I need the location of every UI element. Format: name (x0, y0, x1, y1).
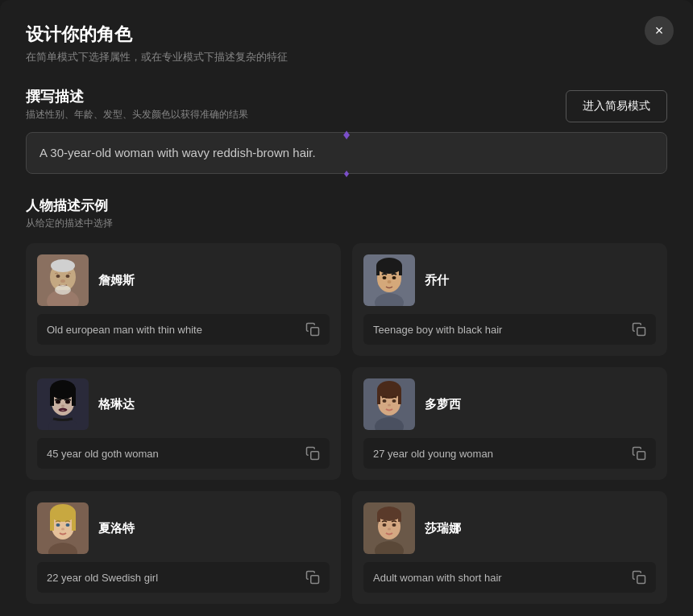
avatar-dorothy (363, 378, 415, 430)
svg-point-35 (383, 399, 387, 403)
avatar-gerlinda (37, 378, 89, 430)
josh-name: 乔什 (425, 273, 449, 288)
svg-point-3 (51, 259, 75, 272)
svg-point-27 (61, 405, 64, 407)
dorothy-description: 27 year old young woman (373, 448, 625, 460)
character-card-charlotte[interactable]: 夏洛特 22 year old Swedish girl (26, 491, 341, 604)
avatar-charlotte (37, 502, 89, 554)
svg-rect-24 (72, 390, 76, 406)
avatar-serena (363, 502, 415, 554)
dorothy-copy-icon[interactable] (632, 446, 646, 461)
gerlinda-description: 45 year old goth woman (47, 448, 299, 460)
gerlinda-name: 格琳达 (98, 397, 135, 412)
svg-rect-13 (376, 266, 380, 275)
description-input-area: ♦ ♦ (26, 132, 667, 174)
modal-title: 设计你的角色 (26, 23, 667, 47)
svg-point-15 (383, 276, 387, 279)
characters-grid: 詹姆斯 Old european man with thin white (26, 243, 667, 604)
svg-rect-53 (377, 514, 380, 522)
james-name: 詹姆斯 (98, 273, 135, 288)
svg-rect-8 (311, 328, 319, 336)
svg-point-36 (392, 399, 396, 403)
dorothy-name: 多萝西 (425, 397, 461, 412)
character-card-serena[interactable]: 莎瑞娜 Adult woman with short hair (352, 491, 667, 604)
svg-rect-54 (398, 514, 401, 522)
gem-top-icon: ♦ (342, 126, 350, 143)
svg-rect-58 (637, 576, 645, 584)
serena-description: Adult woman with short hair (373, 572, 625, 584)
svg-rect-33 (377, 390, 380, 404)
svg-point-32 (377, 381, 401, 399)
description-input[interactable] (39, 146, 654, 159)
charlotte-description: 22 year old Swedish girl (47, 572, 299, 584)
gem-bottom-icon: ♦ (343, 167, 349, 180)
svg-point-47 (61, 528, 64, 531)
gerlinda-copy-icon[interactable] (305, 446, 320, 461)
avatar-james (37, 254, 89, 306)
josh-copy-icon[interactable] (632, 322, 646, 337)
charlotte-copy-icon[interactable] (305, 570, 320, 585)
svg-point-6 (60, 279, 65, 283)
write-section-desc: 描述性别、年龄、发型、头发颜色以获得准确的结果 (26, 108, 248, 122)
svg-point-7 (55, 285, 71, 295)
svg-point-4 (56, 275, 60, 278)
svg-point-45 (56, 523, 60, 527)
svg-rect-43 (50, 513, 54, 531)
write-section-header: 撰写描述 描述性别、年龄、发型、头发颜色以获得准确的结果 进入简易模式 (26, 87, 667, 122)
write-section-title: 撰写描述 (26, 87, 248, 106)
james-copy-icon[interactable] (305, 322, 320, 337)
simple-mode-button[interactable]: 进入简易模式 (566, 90, 667, 122)
svg-rect-34 (398, 390, 401, 404)
svg-rect-14 (399, 266, 402, 275)
examples-title: 人物描述示例 (26, 196, 667, 215)
josh-description: Teenage boy with black hair (373, 324, 625, 336)
svg-rect-28 (311, 452, 319, 460)
character-card-james[interactable]: 詹姆斯 Old european man with thin white (26, 243, 341, 356)
svg-point-56 (392, 523, 396, 527)
svg-point-46 (66, 523, 70, 527)
svg-rect-38 (637, 452, 645, 460)
svg-point-55 (383, 523, 387, 527)
svg-rect-18 (637, 328, 645, 336)
svg-point-26 (65, 400, 70, 404)
serena-name: 莎瑞娜 (425, 521, 461, 536)
svg-point-5 (66, 275, 70, 278)
svg-point-17 (388, 280, 392, 283)
svg-point-25 (56, 400, 60, 404)
close-button[interactable]: × (645, 16, 674, 45)
modal-subtitle: 在简单模式下选择属性，或在专业模式下描述复杂的特征 (26, 50, 667, 64)
svg-point-37 (388, 404, 391, 407)
james-description: Old european man with thin white (47, 324, 299, 336)
serena-copy-icon[interactable] (632, 570, 646, 585)
character-card-dorothy[interactable]: 多萝西 27 year old young woman (352, 367, 667, 480)
examples-section: 人物描述示例 从给定的描述中选择 (26, 196, 667, 230)
svg-point-57 (388, 528, 391, 531)
charlotte-name: 夏洛特 (98, 521, 135, 536)
svg-rect-44 (72, 513, 76, 531)
svg-point-12 (376, 258, 402, 274)
avatar-josh (363, 254, 415, 306)
examples-desc: 从给定的描述中选择 (26, 217, 667, 230)
character-card-josh[interactable]: 乔什 Teenage boy with black hair (352, 243, 667, 356)
svg-rect-23 (50, 390, 54, 406)
modal-container: × 设计你的角色 在简单模式下选择属性，或在专业模式下描述复杂的特征 撰写描述 … (0, 0, 693, 616)
character-card-gerlinda[interactable]: 格琳达 45 year old goth woman (26, 367, 341, 480)
svg-point-52 (377, 506, 401, 521)
svg-rect-48 (311, 576, 319, 584)
svg-point-16 (392, 276, 396, 279)
